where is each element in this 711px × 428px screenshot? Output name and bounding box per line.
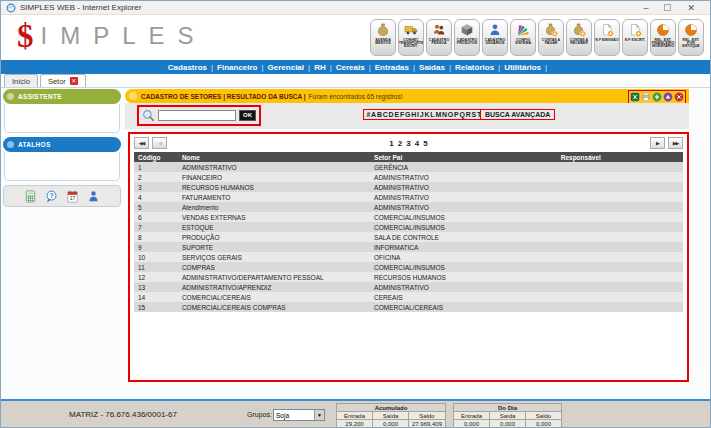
assistente-panel-body — [4, 104, 120, 133]
daily-totals-table: Do DiaEntradaSaídaSaldo0,0000,0000,000 — [453, 403, 562, 428]
table-cell: ADMINISTRATIVO — [178, 162, 370, 172]
toolbar-button-n-f-emissao[interactable]: N F EMISSÃO — [594, 19, 620, 56]
document-plus-icon — [628, 23, 642, 37]
table-row[interactable]: 12ADMINISTRATIVO/DEPARTAMENTO PESSOALREC… — [134, 272, 683, 282]
menu-item-rh[interactable]: RH — [310, 63, 330, 72]
daily-col-saida: Saída — [490, 412, 526, 420]
table-row[interactable]: 4FATURAMENTOADMINISTRATIVO — [134, 192, 683, 202]
toolbar-button-config-sistema[interactable]: CONFIG SISTEMA — [510, 19, 536, 56]
close-icon[interactable] — [674, 92, 684, 102]
minimize-icon[interactable]: – — [643, 3, 648, 13]
alphabet-letter-M[interactable]: M — [435, 111, 442, 118]
toolbar-button-rel-est-por-estoque[interactable]: REL. EST. POR ESTOQUE — [678, 19, 704, 56]
page-link-4[interactable]: 4 — [413, 139, 421, 148]
table-cell — [557, 252, 683, 262]
table-cell: 1 — [134, 162, 178, 172]
toolbar-button-rel-est-financeiro-inventario[interactable]: REL. EST. FINANCEIRO INVENTARIO — [650, 19, 676, 56]
table-cell: 5 — [134, 202, 178, 212]
toolbar-button-cadastro-produtos[interactable]: CADASTRO PRODUTOS — [454, 19, 480, 56]
table-row[interactable]: 1ADMINISTRATIVOGERÊNCIA — [134, 162, 683, 172]
table-cell: VENDAS EXTERNAS — [178, 212, 370, 222]
next-page-button[interactable]: ▶ — [650, 137, 665, 149]
close-icon[interactable]: ✕ — [687, 3, 695, 13]
page-link-3[interactable]: 3 — [404, 139, 412, 148]
menu-item-cereais[interactable]: Cereais — [332, 63, 369, 72]
result-actions-group — [628, 90, 686, 104]
help-icon[interactable]: ? — [45, 190, 58, 203]
toolbar-button-cadastro-usuarios[interactable]: CADASTRO USUÁRIOS — [482, 19, 508, 56]
table-row[interactable]: 8PRODUÇÃOSALA DE CONTROLE — [134, 232, 683, 242]
table-row[interactable]: 7ESTOQUECOMERCIAL/INSUMOS — [134, 222, 683, 232]
window-controls: – ✕ — [643, 3, 705, 13]
table-row[interactable]: 14COMERCIAL/CEREAISCEREAIS — [134, 292, 683, 302]
table-cell — [557, 272, 683, 282]
table-cell: 4 — [134, 192, 178, 202]
toolbar-button-n-f-escrit[interactable]: N F ESCRIT. — [622, 19, 648, 56]
close-tab-icon[interactable]: ✕ — [70, 77, 78, 85]
table-row[interactable]: 13ADMINISTRATIVO/APRENDIZADMINISTRATIVO — [134, 282, 683, 292]
table-row[interactable]: 9SUPORTEINFORMATICA — [134, 242, 683, 252]
menu-item-financeiro[interactable]: Financeiro — [213, 63, 261, 72]
app-window: SIMPLES WEB - Internet Explorer – ✕ $ IM… — [0, 0, 711, 428]
table-row[interactable]: 10SERVIÇOS GERAISOFICINA — [134, 252, 683, 262]
table-cell: INFORMATICA — [370, 242, 557, 252]
add-icon[interactable] — [652, 92, 662, 102]
atalhos-panel-header[interactable]: ATALHOS — [3, 137, 121, 152]
sectors-table: CódigoNomeSetor PaiResponsável 1ADMINIST… — [134, 152, 683, 312]
calculator-icon[interactable] — [24, 190, 37, 203]
table-cell: ADMINISTRATIVO — [370, 192, 557, 202]
table-row[interactable]: 11COMPRASCOMERCIAL/INSUMOS — [134, 262, 683, 272]
search-input[interactable] — [158, 110, 236, 121]
column-header-codigo[interactable]: Código — [134, 152, 178, 162]
menu-item-utilitarios[interactable]: Utilitários — [500, 63, 545, 72]
table-cell — [557, 242, 683, 252]
toolbar-button-conhec-transporte-escrit[interactable]: CONHEC TRANSPORTE ESCRIT. — [398, 19, 424, 56]
column-header-responsavel[interactable]: Responsável — [557, 152, 683, 162]
table-cell: ADMINISTRATIVO/DEPARTAMENTO PESSOAL — [178, 272, 370, 282]
table-row[interactable]: 3RECURSOS HUMANOSADMINISTRATIVO — [134, 182, 683, 192]
menu-item-entradas[interactable]: Entradas — [371, 63, 413, 72]
column-header-setor-pai[interactable]: Setor Pai — [370, 152, 557, 162]
table-row[interactable]: 2FINANCEIROADMINISTRATIVO — [134, 172, 683, 182]
page-link-2[interactable]: 2 — [396, 139, 404, 148]
atalhos-panel: ATALHOS — [3, 137, 121, 181]
toolbar-button-agenda-mentos[interactable]: AGENDA MENTOS — [370, 19, 396, 56]
tab-setor[interactable]: Setor✕ — [40, 74, 86, 87]
menu-item-cadastros[interactable]: Cadastros — [164, 63, 211, 72]
previous-page-button[interactable]: ◀ — [152, 137, 167, 149]
table-row[interactable]: 15COMERCIAL/CEREAIS COMPRASCOMERCIAL/CER… — [134, 302, 683, 312]
first-page-button[interactable]: ◀◀ — [134, 137, 149, 149]
table-cell: COMERCIAL/CEREAIS COMPRAS — [178, 302, 370, 312]
toolbar-button-cadastro-pessoa[interactable]: CADASTRO PESSOA — [426, 19, 452, 56]
tab-inicio[interactable]: Início — [4, 74, 38, 87]
group-select[interactable]: Soja ▼ — [273, 409, 325, 421]
menu-item-saidas[interactable]: Saídas — [415, 63, 449, 72]
calendar-icon[interactable]: 17 — [66, 190, 79, 203]
table-header-row: CódigoNomeSetor PaiResponsável — [134, 152, 683, 162]
menu-item-relatorios[interactable]: Relatórios — [451, 63, 498, 72]
up-icon[interactable] — [663, 92, 673, 102]
sidebar-icon-tray: ?17 — [3, 185, 121, 207]
search-ok-button[interactable]: OK — [239, 110, 256, 121]
page-link-5[interactable]: 5 — [421, 139, 429, 148]
page-link-1[interactable]: 1 — [387, 139, 395, 148]
maximize-icon[interactable] — [664, 4, 671, 11]
assistente-panel-header[interactable]: ASSISTENTE — [3, 89, 121, 104]
palette-icon — [516, 23, 530, 37]
menu-item-gerencial[interactable]: Gerencial — [264, 63, 308, 72]
column-header-nome[interactable]: Nome — [178, 152, 370, 162]
toolbar-button-contas-a-receber[interactable]: CONTAS A RECEBER — [566, 19, 592, 56]
atalhos-panel-body — [4, 152, 120, 181]
table-row[interactable]: 6VENDAS EXTERNASCOMERCIAL/INSUMOS — [134, 212, 683, 222]
printer-icon[interactable] — [641, 92, 651, 102]
last-page-button[interactable]: ▶▶ — [668, 137, 683, 149]
person-icon[interactable] — [87, 190, 100, 203]
results-box: ◀◀◀12345▶▶▶ CódigoNomeSetor PaiResponsáv… — [128, 132, 689, 382]
table-row[interactable]: 5AtendimentoADMINISTRATIVO — [134, 202, 683, 212]
excel-icon[interactable] — [630, 92, 640, 102]
table-cell: FATURAMENTO — [178, 192, 370, 202]
advanced-search-button[interactable]: BUSCA AVANÇADA — [480, 109, 555, 120]
toolbar-button-contas-a-pagar[interactable]: CONTAS A PAGAR — [538, 19, 564, 56]
search-icon — [142, 109, 155, 122]
dollar-logo-icon: $ — [17, 18, 34, 54]
